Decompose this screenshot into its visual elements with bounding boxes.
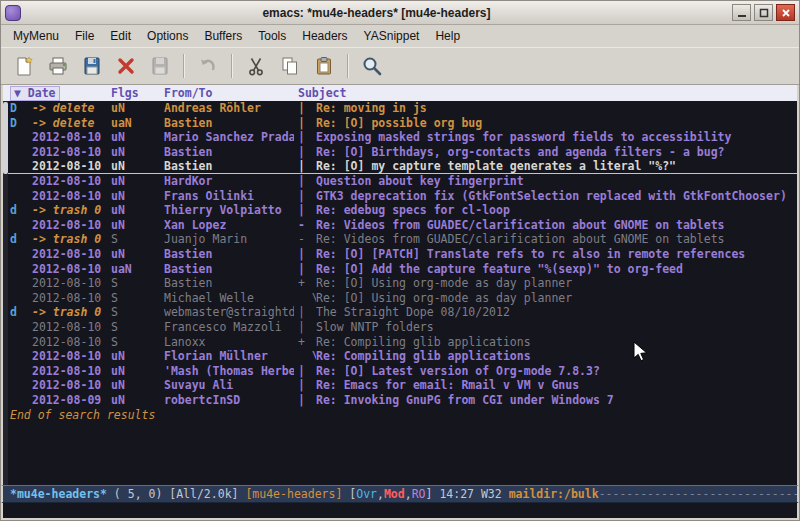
modeline-text: *mu4e-headers* ( 5, 0) [All/2.0k] [mu4e-… (10, 487, 799, 501)
message-mark (10, 247, 32, 262)
message-date: 2012-08-10 (32, 247, 106, 262)
save-as-button[interactable] (144, 51, 176, 81)
message-row[interactable]: 2012-08-10uNBastien|Re: [O] my capture t… (3, 159, 797, 174)
message-row[interactable]: 2012-08-10uN'Mash (Thomas Herbert)|Re: [… (3, 364, 797, 379)
vertical-scrollbar[interactable] (3, 101, 8, 485)
paste-button[interactable] (308, 51, 340, 81)
toolbar (1, 47, 799, 85)
save-icon (81, 55, 103, 77)
message-row[interactable]: d-> trash 0SJuanjo Marin-Re: Videos from… (3, 232, 797, 247)
message-mark (10, 262, 32, 277)
message-mark (10, 335, 32, 350)
message-mark (10, 145, 32, 160)
cut-button[interactable] (240, 51, 272, 81)
message-mark (10, 320, 32, 335)
menubar: MyMenu File Edit Options Buffers Tools H… (1, 25, 799, 47)
close-button[interactable] (776, 4, 795, 21)
message-row[interactable]: 2012-08-10uNFrans Oilinki|GTK3 deprecati… (3, 189, 797, 204)
message-flags: uN (106, 159, 158, 173)
message-flags: uaN (106, 116, 158, 131)
menu-item-edit[interactable]: Edit (102, 27, 139, 45)
message-mark (10, 393, 32, 408)
message-row[interactable]: D-> deleteuNAndreas Röhler|Re: moving in… (3, 101, 797, 116)
message-subject: GTK3 deprecation fix (GtkFontSelection r… (316, 189, 797, 204)
message-date: 2012-08-10 (32, 349, 106, 364)
message-flags: uN (106, 174, 158, 189)
close-icon (781, 8, 791, 18)
message-row[interactable]: 2012-08-10uNFlorian Müllner \Re: Compili… (3, 349, 797, 364)
message-date: 2012-08-10 (32, 378, 106, 393)
message-from: Xan Lopez (158, 218, 294, 233)
scrollbar-thumb[interactable] (3, 102, 8, 174)
message-mark (10, 189, 32, 204)
menu-item-file[interactable]: File (67, 27, 102, 45)
modeline-segment: *mu4e-headers* (10, 487, 107, 501)
menu-item-mymenu[interactable]: MyMenu (5, 27, 67, 45)
message-row[interactable]: d-> trash 0Swebmaster@straightd...|The S… (3, 305, 797, 320)
message-row[interactable]: 2012-08-10uNXan Lopez-Re: Videos from GU… (3, 218, 797, 233)
modeline: *mu4e-headers* ( 5, 0) [All/2.0k] [mu4e-… (1, 485, 799, 503)
cut-icon (245, 55, 267, 77)
print-button[interactable] (42, 51, 74, 81)
minimize-button[interactable] (732, 4, 751, 21)
toolbar-separator (183, 54, 185, 78)
message-date: -> delete (32, 101, 106, 116)
message-from: Florian Müllner (158, 349, 294, 364)
message-row[interactable]: 2012-08-10uNBastien|Re: [O] [PATCH] Tran… (3, 247, 797, 262)
save-button[interactable] (76, 51, 108, 81)
message-row[interactable]: D-> deleteuaNBastien|Re: [O] possible or… (3, 116, 797, 131)
message-subject: Re: [O] my capture template generates a … (316, 159, 797, 173)
message-row[interactable]: 2012-08-10SLanoxx+Re: Compiling glib app… (3, 335, 797, 350)
new-file-icon (13, 55, 35, 77)
menu-item-headers[interactable]: Headers (294, 27, 355, 45)
message-from: Bastien (158, 145, 294, 160)
message-row[interactable]: 2012-08-10SMichael Welle \Re: [O] Using … (3, 291, 797, 306)
window-title: emacs: *mu4e-headers* [mu4e-headers] (21, 6, 732, 20)
message-date: 2012-08-10 (32, 335, 106, 350)
menu-item-yasnippet[interactable]: YASnippet (356, 27, 428, 45)
message-flags: uN (106, 145, 158, 160)
mu4e-headers-buffer: ▼ Date Flgs From/To Subject D-> deleteuN… (1, 85, 799, 485)
message-row[interactable]: 2012-08-10SFrancesco Mazzoli|Slow NNTP f… (3, 320, 797, 335)
new-file-button[interactable] (8, 51, 40, 81)
copy-button[interactable] (274, 51, 306, 81)
maximize-button[interactable] (754, 4, 773, 21)
message-row[interactable]: 2012-08-09uNrobertcInSD|Re: Invoking Gnu… (3, 393, 797, 408)
menu-item-help[interactable]: Help (427, 27, 468, 45)
message-subject: Re: [O] Add the capture feature "%(sexp)… (316, 262, 797, 277)
message-date: 2012-08-10 (32, 262, 106, 277)
message-row[interactable]: 2012-08-10uNSuvayu Ali|Re: Emacs for ema… (3, 378, 797, 393)
titlebar[interactable]: emacs: *mu4e-headers* [mu4e-headers] (1, 1, 799, 25)
modeline-segment: , (405, 487, 412, 501)
search-button[interactable] (356, 51, 388, 81)
thread-separator: - (294, 218, 316, 233)
undo-button[interactable] (192, 51, 224, 81)
message-mark (10, 276, 32, 291)
message-flags: uN (106, 130, 158, 145)
message-subject: Re: Compiling glib applications (316, 349, 797, 364)
modeline-segment: 14:27 (439, 487, 481, 501)
message-row[interactable]: 2012-08-10uaNBastien|Re: [O] Add the cap… (3, 262, 797, 277)
message-row[interactable]: 2012-08-10uNMario Sanchez Prada|Exposing… (3, 130, 797, 145)
message-mark: D (10, 101, 32, 116)
copy-icon (279, 55, 301, 77)
message-row[interactable]: 2012-08-10SBastien+Re: [O] Using org-mod… (3, 276, 797, 291)
message-from: Bastien (158, 262, 294, 277)
thread-separator: | (294, 189, 316, 204)
menu-item-options[interactable]: Options (139, 27, 196, 45)
close-buffer-button[interactable] (110, 51, 142, 81)
message-flags: uN (106, 189, 158, 204)
undo-icon (197, 55, 219, 77)
menu-item-tools[interactable]: Tools (250, 27, 294, 45)
echo-area[interactable] (1, 503, 799, 520)
thread-separator: | (294, 305, 316, 320)
thread-separator: | (294, 145, 316, 160)
message-from: Mario Sanchez Prada (158, 130, 294, 145)
thread-separator: - (294, 232, 316, 247)
message-row[interactable]: d-> trash 0uNThierry Volpiatto|Re: edebu… (3, 203, 797, 218)
message-subject: Question about key fingerprint (316, 174, 797, 189)
message-row[interactable]: 2012-08-10uNBastien|Re: [O] Birthdays, o… (3, 145, 797, 160)
modeline-segment: ] (426, 487, 440, 501)
menu-item-buffers[interactable]: Buffers (196, 27, 250, 45)
message-row[interactable]: 2012-08-10uNHardKor|Question about key f… (3, 174, 797, 189)
